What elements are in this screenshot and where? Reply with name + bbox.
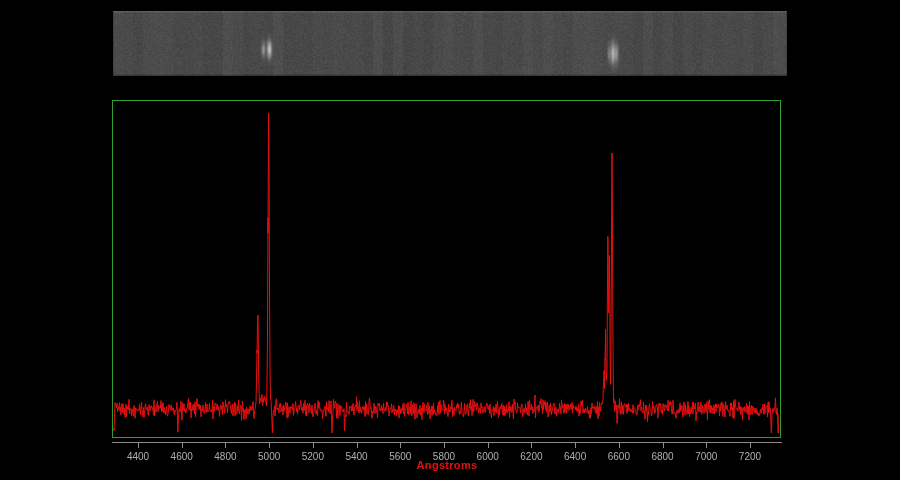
spectrum-1d-plot bbox=[113, 101, 779, 436]
x-axis-tick bbox=[357, 443, 358, 448]
x-axis-tick bbox=[531, 443, 532, 448]
x-axis-tick bbox=[706, 443, 707, 448]
x-axis-line bbox=[112, 442, 782, 443]
spectrum-plot-box bbox=[112, 100, 781, 438]
x-axis-tick-label: 6800 bbox=[641, 451, 685, 462]
x-axis-tick bbox=[182, 443, 183, 448]
spectrum-2d-strip-image bbox=[113, 11, 787, 76]
x-axis-tick-label: 7200 bbox=[728, 451, 772, 462]
x-axis-tick-label: 6400 bbox=[553, 451, 597, 462]
x-axis-tick bbox=[619, 443, 620, 448]
x-axis-tick bbox=[663, 443, 664, 448]
x-axis-tick-label: 5000 bbox=[247, 451, 291, 462]
x-axis-tick bbox=[750, 443, 751, 448]
x-axis-tick bbox=[313, 443, 314, 448]
x-axis-tick bbox=[488, 443, 489, 448]
x-axis-tick-label: 5200 bbox=[291, 451, 335, 462]
x-axis-tick-label: 6600 bbox=[597, 451, 641, 462]
x-axis-tick bbox=[225, 443, 226, 448]
x-axis-tick-label: 4400 bbox=[116, 451, 160, 462]
x-axis-tick-label: 4800 bbox=[203, 451, 247, 462]
x-axis-tick bbox=[575, 443, 576, 448]
spectrum-viewer-window: 4400460048005000520054005600580060006200… bbox=[0, 0, 900, 480]
x-axis-tick bbox=[400, 443, 401, 448]
x-axis-title: Angstroms bbox=[417, 459, 478, 471]
x-axis-tick-label: 6200 bbox=[509, 451, 553, 462]
x-axis-tick bbox=[138, 443, 139, 448]
x-axis-tick-label: 5400 bbox=[335, 451, 379, 462]
x-axis-tick bbox=[269, 443, 270, 448]
x-axis-tick-label: 7000 bbox=[684, 451, 728, 462]
x-axis-tick-label: 4600 bbox=[160, 451, 204, 462]
x-axis-tick bbox=[444, 443, 445, 448]
